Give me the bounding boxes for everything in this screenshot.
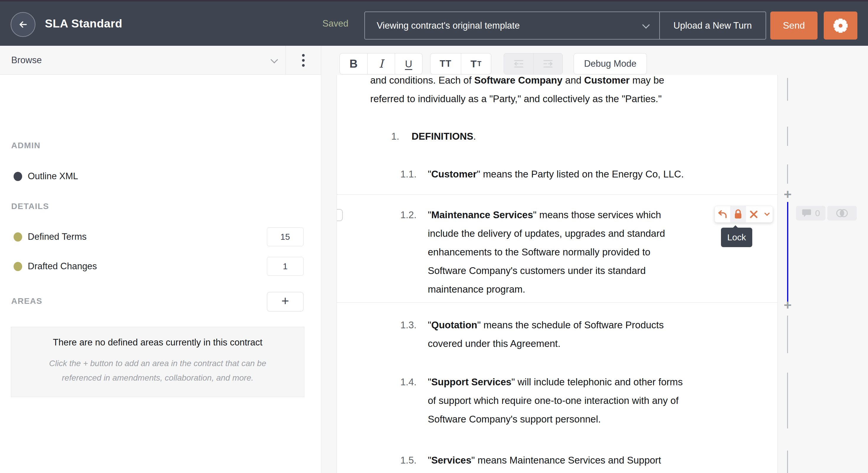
bold-button[interactable]: B bbox=[340, 54, 367, 74]
browse-header: Browse bbox=[0, 46, 321, 75]
areas-empty-title: There are no defined areas currently in … bbox=[11, 337, 304, 348]
close-icon bbox=[750, 210, 758, 219]
settings-button[interactable] bbox=[824, 11, 857, 39]
kebab-icon bbox=[302, 54, 305, 57]
more-actions-button[interactable] bbox=[762, 206, 773, 222]
defined-terms-bullet-icon bbox=[13, 232, 22, 242]
drafted-changes-bullet-icon bbox=[13, 262, 22, 271]
indent-icon bbox=[542, 59, 554, 68]
compare-redline-badge[interactable] bbox=[827, 206, 857, 221]
sidebar-menu-button[interactable] bbox=[285, 46, 321, 75]
chevron-down-icon bbox=[642, 21, 650, 28]
document-page[interactable]: and conditions. Each of Software Company… bbox=[337, 75, 778, 473]
text-case-group: TT T T bbox=[430, 53, 491, 74]
change-indicator bbox=[787, 164, 788, 184]
view-mode-dropdown[interactable]: Viewing contract's original template bbox=[365, 12, 659, 39]
view-controls: Viewing contract's original template Upl… bbox=[364, 11, 766, 39]
text-style-group: B I U bbox=[340, 53, 423, 74]
upload-new-turn-button[interactable]: Upload a New Turn bbox=[659, 12, 766, 39]
change-indicator bbox=[787, 316, 788, 353]
outline-xml-bullet-icon bbox=[13, 172, 22, 181]
outdent-icon bbox=[513, 59, 525, 68]
areas-heading: AREAS bbox=[11, 296, 42, 306]
uppercase-button[interactable]: TT bbox=[430, 54, 461, 74]
capitalize-button[interactable]: T T bbox=[461, 54, 491, 74]
send-button[interactable]: Send bbox=[770, 11, 817, 39]
chevron-down-icon bbox=[764, 212, 770, 216]
indent-group bbox=[504, 53, 563, 74]
details-heading: DETAILS bbox=[11, 202, 49, 211]
gear-icon bbox=[833, 19, 848, 33]
outdent-button bbox=[504, 54, 533, 74]
change-indicator bbox=[787, 78, 788, 101]
selected-clause-indicator bbox=[787, 202, 788, 302]
change-indicator bbox=[787, 450, 788, 473]
clause-hover-toolbar bbox=[714, 206, 773, 223]
sidebar: Browse ADMIN Outline XML DETAILS Defined… bbox=[0, 46, 321, 473]
revert-button[interactable] bbox=[715, 206, 730, 222]
comment-bubble-icon bbox=[802, 209, 812, 218]
clause-1-2[interactable]: 1.2. "Maintenance Services" means those … bbox=[337, 194, 777, 303]
insert-clause-above-button[interactable]: + bbox=[781, 188, 794, 201]
page-title: SLA Standard bbox=[45, 1, 122, 46]
indent-button bbox=[533, 54, 562, 74]
browse-dropdown[interactable]: Browse bbox=[11, 46, 42, 75]
drafted-changes-count: 1 bbox=[267, 257, 304, 276]
add-area-button[interactable]: + bbox=[267, 292, 304, 312]
app-window: SLA Standard Saved Viewing contract's or… bbox=[0, 0, 868, 473]
back-button[interactable] bbox=[11, 12, 35, 37]
lock-icon bbox=[733, 209, 743, 220]
underline-button[interactable]: U bbox=[395, 54, 422, 74]
compare-circles-icon bbox=[836, 209, 848, 218]
undo-icon bbox=[717, 210, 727, 219]
plus-icon: + bbox=[281, 294, 289, 307]
admin-heading: ADMIN bbox=[11, 141, 40, 150]
delete-button[interactable] bbox=[746, 206, 762, 222]
view-mode-selected: Viewing contract's original template bbox=[377, 20, 643, 31]
lock-button[interactable] bbox=[730, 206, 746, 222]
areas-empty-state: There are no defined areas currently in … bbox=[11, 327, 304, 397]
clause-select-checkbox[interactable] bbox=[337, 209, 343, 221]
comments-count: 0 bbox=[815, 208, 820, 218]
top-bar: SLA Standard Saved Viewing contract's or… bbox=[0, 0, 868, 46]
lock-tooltip: Lock bbox=[721, 228, 752, 247]
insert-clause-below-button[interactable]: + bbox=[781, 298, 794, 312]
change-indicator bbox=[787, 373, 788, 429]
change-indicator bbox=[787, 127, 788, 146]
italic-button[interactable]: I bbox=[367, 54, 395, 74]
save-status: Saved bbox=[313, 1, 348, 46]
document-intro-paragraph[interactable]: and conditions. Each of Software Company… bbox=[370, 75, 664, 108]
debug-mode-button[interactable]: Debug Mode bbox=[574, 53, 647, 74]
areas-empty-hint: Click the + button to add an area in the… bbox=[11, 356, 304, 385]
chevron-down-icon[interactable] bbox=[272, 57, 277, 63]
comments-badge[interactable]: 0 bbox=[796, 206, 826, 221]
back-arrow-icon bbox=[17, 18, 30, 31]
defined-terms-count: 15 bbox=[267, 227, 304, 246]
